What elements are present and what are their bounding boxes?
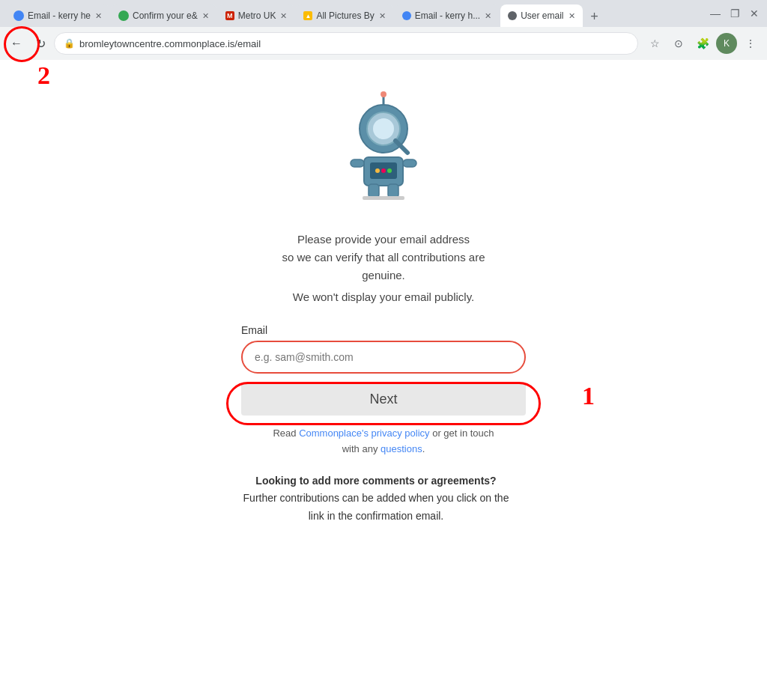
email-label: Email	[241, 324, 526, 336]
tab-useremail[interactable]: User email ✕	[500, 4, 582, 27]
menu-button[interactable]: ⋮	[740, 33, 761, 54]
tab-close-2[interactable]: ✕	[202, 11, 209, 21]
svg-rect-11	[351, 159, 364, 167]
tab-email2[interactable]: Email - kerry h... ✕	[395, 4, 499, 27]
svg-rect-13	[369, 184, 379, 198]
tab-close-6[interactable]: ✕	[569, 11, 575, 21]
svg-point-5	[381, 91, 386, 97]
policy-text: Read Commonplace's privacy policy or get…	[241, 426, 526, 457]
tab-label-3: Metro UK	[238, 10, 276, 21]
questions-link[interactable]: questions	[381, 443, 422, 454]
privacy-policy-link[interactable]: Commonplace's privacy policy	[299, 427, 429, 439]
tab-close-1[interactable]: ✕	[95, 11, 102, 21]
robot-svg	[324, 90, 443, 210]
profile-circle-button[interactable]: ⊙	[668, 33, 689, 54]
maximize-button[interactable]: ❐	[728, 7, 742, 20]
next-button[interactable]: Next	[241, 383, 526, 416]
svg-rect-15	[363, 196, 404, 200]
tab-label-5: Email - kerry h...	[415, 10, 480, 21]
tab-label-4: All Pictures By	[316, 10, 374, 21]
tab-close-3[interactable]: ✕	[280, 11, 287, 21]
tab-favicon-5	[402, 11, 411, 20]
robot-illustration	[324, 90, 443, 213]
svg-point-9	[381, 168, 386, 173]
lock-icon: 🔒	[64, 38, 75, 49]
tab-label-2: Confirm your e&	[133, 10, 198, 21]
tab-close-5[interactable]: ✕	[485, 11, 491, 21]
email-input-wrapper	[241, 341, 526, 374]
bookmark-button[interactable]: ☆	[644, 33, 665, 54]
new-tab-button[interactable]: +	[584, 6, 605, 27]
minimize-button[interactable]: —	[709, 7, 722, 20]
bottom-normal-text: Further contributions can be added when …	[243, 492, 509, 522]
tab-label-1: Email - kerry he	[28, 10, 91, 21]
account-button[interactable]: K	[716, 33, 737, 54]
url-text: bromleytowncentre.commonplace.is/email	[79, 38, 628, 49]
tab-favicon-6	[508, 11, 517, 20]
tab-label-6: User email	[521, 10, 563, 21]
tabs-area: Email - kerry he ✕ Confirm your e& ✕ M M…	[6, 0, 709, 27]
tab-confirm[interactable]: Confirm your e& ✕	[111, 4, 216, 27]
url-bar[interactable]: 🔒 bromleytowncentre.commonplace.is/email	[54, 32, 638, 55]
tab-close-4[interactable]: ✕	[379, 11, 386, 21]
bottom-bold-text: Looking to add more comments or agreemen…	[255, 475, 496, 487]
svg-point-2	[373, 118, 394, 139]
tab-pictures[interactable]: ▲ All Pictures By ✕	[296, 4, 392, 27]
email-input[interactable]	[241, 341, 526, 374]
svg-point-10	[387, 168, 392, 173]
tab-favicon-2	[118, 10, 129, 21]
svg-point-8	[375, 168, 380, 173]
tab-email1[interactable]: Email - kerry he ✕	[6, 4, 109, 27]
tab-metro[interactable]: M Metro UK ✕	[218, 4, 295, 27]
email-form: Email Next Read Commonplace's privacy po…	[241, 324, 526, 526]
back-button[interactable]: ←	[6, 33, 27, 54]
address-icons: ☆ ⊙ 🧩 K ⋮	[644, 33, 761, 54]
extensions-button[interactable]: 🧩	[692, 33, 713, 54]
refresh-button[interactable]: ↻	[30, 33, 51, 54]
tab-favicon-4: ▲	[303, 11, 312, 20]
tab-favicon-1	[13, 10, 24, 21]
page-content: Please provide your email address so we …	[0, 60, 767, 700]
tab-favicon-3: M	[225, 11, 234, 20]
title-bar: Email - kerry he ✕ Confirm your e& ✕ M M…	[0, 0, 767, 27]
svg-rect-14	[388, 184, 398, 198]
description-text: Please provide your email address so we …	[282, 231, 485, 284]
address-bar: ← ↻ 🔒 bromleytowncentre.commonplace.is/e…	[0, 27, 767, 60]
close-button[interactable]: ✕	[748, 7, 761, 20]
svg-rect-12	[403, 159, 416, 167]
bottom-text: Looking to add more comments or agreemen…	[241, 472, 511, 526]
privacy-text: We won't display your email publicly.	[293, 290, 474, 303]
window-controls: — ❐ ✕	[709, 7, 761, 20]
